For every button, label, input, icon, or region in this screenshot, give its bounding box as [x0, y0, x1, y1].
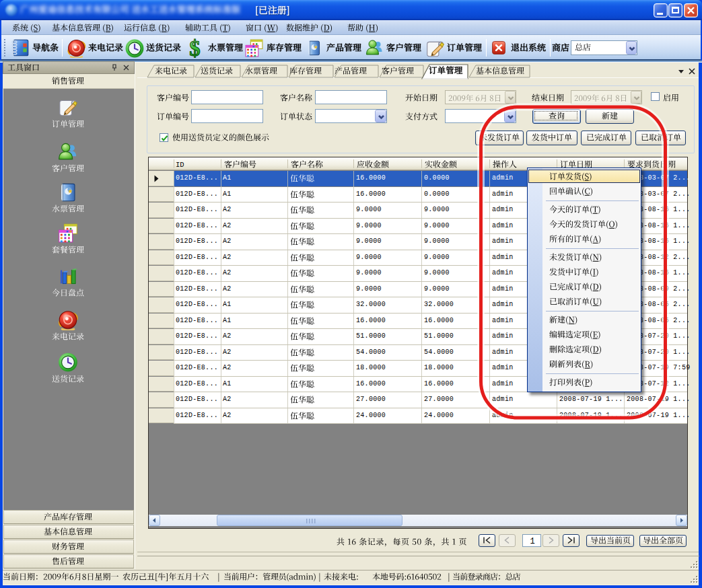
svg-text:$: $ — [189, 38, 200, 59]
